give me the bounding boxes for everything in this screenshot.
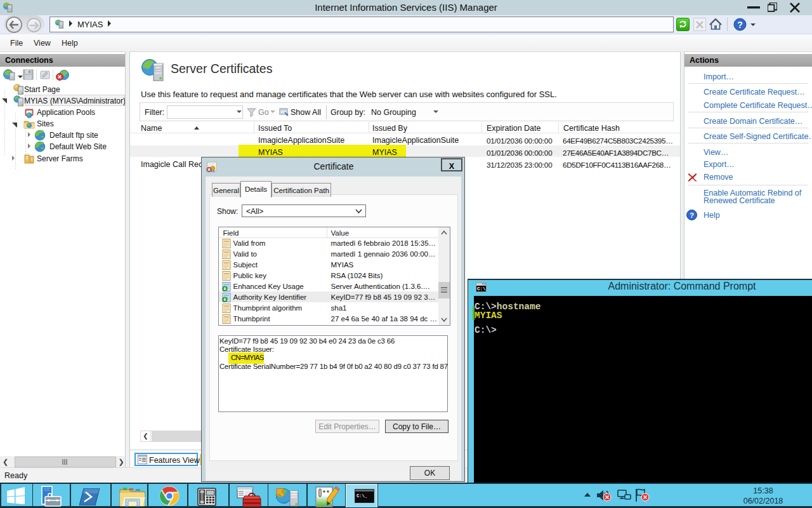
svg-text:C:\_: C:\_ xyxy=(477,286,487,291)
svg-text:?: ? xyxy=(690,211,694,219)
svg-text:?: ? xyxy=(737,20,743,30)
svg-text:C:\_: C:\_ xyxy=(357,493,368,498)
